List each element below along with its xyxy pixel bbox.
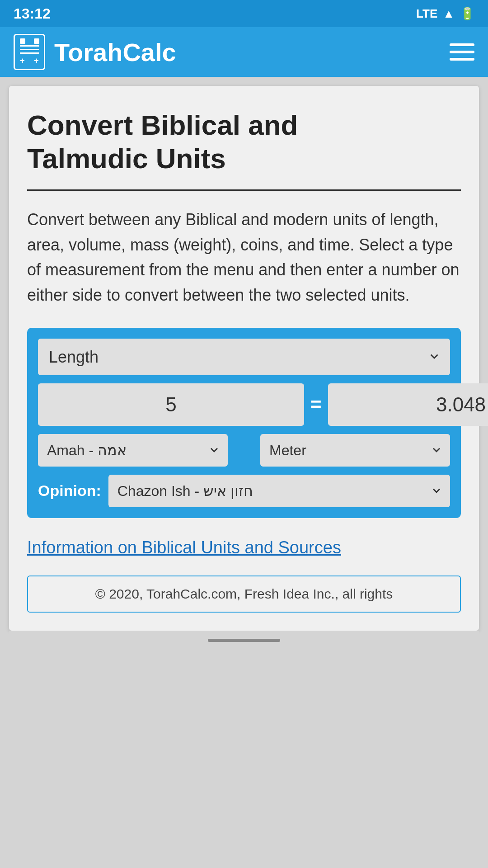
page-description: Convert between any Biblical and modern … bbox=[27, 207, 461, 308]
opinion-row: Opinion: Chazon Ish - חזון איש Rav Moshe… bbox=[38, 475, 450, 507]
equals-sign: = bbox=[310, 394, 322, 415]
app-title: TorahCalc bbox=[54, 38, 176, 67]
home-indicator bbox=[9, 631, 479, 650]
footer-text: © 2020, TorahCalc.com, Fresh Idea Inc., … bbox=[95, 586, 393, 601]
content-card: Convert Biblical and Talmudic Units Conv… bbox=[9, 86, 479, 631]
main-background: Convert Biblical and Talmudic Units Conv… bbox=[0, 77, 488, 868]
hamburger-menu-button[interactable] bbox=[450, 43, 474, 61]
footer-bar: © 2020, TorahCalc.com, Fresh Idea Inc., … bbox=[27, 576, 461, 613]
battery-icon: 🔋 bbox=[460, 7, 474, 21]
title-divider bbox=[27, 189, 461, 191]
home-bar bbox=[208, 639, 280, 642]
info-link[interactable]: Information on Biblical Units and Source… bbox=[27, 538, 461, 557]
value-row: = bbox=[38, 383, 450, 426]
status-time: 13:12 bbox=[14, 5, 51, 22]
converter-box: Length Area Volume Mass Coins Time = Ama… bbox=[27, 328, 461, 518]
value-right-input[interactable] bbox=[328, 383, 488, 426]
header-left: + + TorahCalc bbox=[14, 34, 176, 70]
hamburger-line-1 bbox=[450, 43, 474, 46]
app-logo-icon: + + bbox=[14, 34, 45, 70]
hamburger-line-3 bbox=[450, 58, 474, 61]
hamburger-line-2 bbox=[450, 51, 474, 53]
unit-left-select[interactable]: Amah - אמה Tefach Etzba Mil Parsah bbox=[38, 434, 228, 467]
type-select[interactable]: Length Area Volume Mass Coins Time bbox=[38, 339, 450, 375]
page-title: Convert Biblical and Talmudic Units bbox=[27, 108, 461, 176]
status-bar: 13:12 LTE ▲ 🔋 bbox=[0, 0, 488, 27]
opinion-label: Opinion: bbox=[38, 482, 101, 500]
unit-right-select[interactable]: Meter Centimeter Inch Foot Yard Mile Kil… bbox=[260, 434, 450, 467]
opinion-select[interactable]: Chazon Ish - חזון איש Rav Moshe Feinstei… bbox=[108, 475, 450, 507]
value-left-input[interactable] bbox=[38, 383, 304, 426]
unit-row: Amah - אמה Tefach Etzba Mil Parsah Meter… bbox=[38, 434, 450, 467]
app-header: + + TorahCalc bbox=[0, 27, 488, 77]
status-icons: LTE ▲ 🔋 bbox=[416, 7, 474, 21]
lte-label: LTE bbox=[416, 7, 437, 21]
signal-icon: ▲ bbox=[443, 7, 455, 21]
